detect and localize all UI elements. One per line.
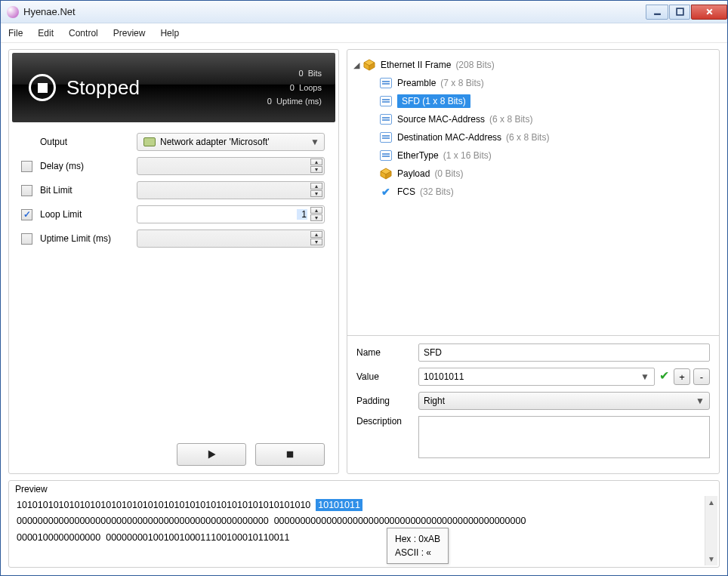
tree-item-label: Source MAC-Address xyxy=(397,114,485,125)
preview-seg: 00000000000000000000000000000000 xyxy=(358,516,526,526)
add-button[interactable]: + xyxy=(674,368,690,385)
preview-seg: 0000000000000000000000000000000000000000… xyxy=(17,516,269,526)
menu-help[interactable]: Help xyxy=(160,28,179,39)
stat-bits-label: Bits xyxy=(308,69,322,78)
maximize-button[interactable] xyxy=(669,5,690,20)
frame-panel: ◢ Ethernet II Frame (208 Bits) Preamble(… xyxy=(347,49,720,474)
name-input[interactable]: SFD xyxy=(418,343,710,362)
tree-item[interactable]: Source MAC-Address(6 x 8 Bits) xyxy=(353,110,713,128)
preview-panel: Preview 10101010101010101010101010101010… xyxy=(8,480,720,568)
scroll-down-icon[interactable]: ▼ xyxy=(705,553,717,565)
status-title: Stopped xyxy=(66,76,267,100)
tree-root-meta: (208 Bits) xyxy=(455,60,494,70)
padding-select[interactable]: Right ▼ xyxy=(418,392,710,410)
name-label: Name xyxy=(356,347,418,358)
spinner-icon[interactable]: ▴▾ xyxy=(310,183,322,197)
preview-text[interactable]: 1010101010101010101010101010101010101010… xyxy=(9,496,719,550)
stat-uptime-value: 0 xyxy=(267,97,272,106)
description-input[interactable] xyxy=(418,416,710,458)
preview-seg: 0000100000000000 xyxy=(17,532,100,543)
value-input[interactable]: 10101011 ▼ xyxy=(418,368,655,386)
padding-label: Padding xyxy=(356,396,418,406)
tree-root[interactable]: ◢ Ethernet II Frame (208 Bits) xyxy=(353,56,713,74)
check-icon: ✔ xyxy=(659,368,669,385)
tree-item-meta: (7 x 8 Bits) xyxy=(440,78,483,88)
play-button[interactable] xyxy=(177,443,246,466)
preview-highlight: 10101011 xyxy=(316,499,362,511)
status-box: Stopped 0 Bits 0 Loops 0 Uptime (ms) xyxy=(12,53,335,122)
bitlimit-checkbox[interactable] xyxy=(21,185,32,196)
tree-item-label: FCS xyxy=(397,186,415,197)
tree-item[interactable]: SFD (1 x 8 Bits) xyxy=(353,92,713,110)
value-label: Value xyxy=(356,371,418,382)
menubar: File Edit Control Preview Help xyxy=(1,23,727,43)
looplimit-row: Loop Limit ▴▾ xyxy=(9,202,338,226)
tooltip-hex: Hex : 0xAB xyxy=(395,532,440,546)
looplimit-input[interactable]: ▴▾ xyxy=(137,205,325,223)
tree-item[interactable]: EtherType(1 x 16 Bits) xyxy=(353,146,713,165)
scrollbar[interactable]: ▲ ▼ xyxy=(705,496,717,565)
chevron-down-icon: ▼ xyxy=(640,371,649,382)
tree-item[interactable]: Payload(0 Bits) xyxy=(353,165,713,183)
network-adapter-icon xyxy=(143,137,156,146)
spinner-icon[interactable]: ▴▾ xyxy=(310,231,322,245)
expander-icon[interactable]: ◢ xyxy=(353,60,362,70)
tree-item[interactable]: Preamble(7 x 8 Bits) xyxy=(353,74,713,92)
stop-button[interactable] xyxy=(255,443,325,466)
scroll-up-icon[interactable]: ▲ xyxy=(705,496,717,509)
tree-item-label: Payload xyxy=(397,168,430,179)
window-controls xyxy=(645,5,727,20)
bitlimit-row: Bit Limit ▴▾ xyxy=(9,178,338,202)
tooltip-ascii: ASCII : « xyxy=(395,546,440,559)
cube-icon xyxy=(362,58,376,72)
remove-button[interactable]: - xyxy=(693,368,710,385)
control-panel: Stopped 0 Bits 0 Loops 0 Uptime (ms) Out… xyxy=(8,49,339,474)
menu-edit[interactable]: Edit xyxy=(38,28,54,39)
delay-input[interactable]: ▴▾ xyxy=(137,157,325,175)
svg-rect-0 xyxy=(654,14,661,15)
tree-root-label: Ethernet II Frame xyxy=(381,60,451,70)
output-row: Output Network adapter 'Microsoft' ▼ xyxy=(9,130,338,154)
box-icon xyxy=(379,94,393,108)
output-select[interactable]: Network adapter 'Microsoft' ▼ xyxy=(137,133,325,151)
tree-item-meta: (32 Bits) xyxy=(420,186,454,197)
tree-item-label: EtherType xyxy=(397,150,439,161)
status-stats: 0 Bits 0 Loops 0 Uptime (ms) xyxy=(267,66,322,109)
bitlimit-input[interactable]: ▴▾ xyxy=(137,181,325,199)
check-icon: ✔ xyxy=(379,185,393,199)
cube-icon xyxy=(379,167,393,180)
preview-title: Preview xyxy=(9,481,719,496)
preview-tooltip: Hex : 0xAB ASCII : « xyxy=(387,528,449,564)
tree-item[interactable]: ✔FCS(32 Bits) xyxy=(353,183,713,201)
box-icon xyxy=(379,131,393,144)
spinner-icon[interactable]: ▴▾ xyxy=(310,159,322,173)
uptimelimit-checkbox[interactable] xyxy=(21,233,32,245)
frame-tree[interactable]: ◢ Ethernet II Frame (208 Bits) Preamble(… xyxy=(347,50,719,335)
delay-checkbox[interactable] xyxy=(21,161,32,172)
stat-bits-value: 0 xyxy=(298,69,303,78)
menu-control[interactable]: Control xyxy=(69,28,98,39)
tree-item[interactable]: Destination MAC-Address(6 x 8 Bits) xyxy=(353,128,713,146)
uptimelimit-input[interactable]: ▴▾ xyxy=(137,229,325,248)
delay-row: Delay (ms) ▴▾ xyxy=(9,154,338,178)
window-title: Hyenae.Net xyxy=(23,6,645,17)
control-buttons xyxy=(9,437,338,466)
uptimelimit-label: Uptime Limit (ms) xyxy=(40,233,137,244)
svg-rect-1 xyxy=(677,8,683,15)
menu-preview[interactable]: Preview xyxy=(113,28,146,39)
stopped-icon xyxy=(29,74,56,101)
bitlimit-label: Bit Limit xyxy=(40,185,137,196)
tree-item-label: Destination MAC-Address xyxy=(397,132,501,143)
svg-rect-2 xyxy=(287,451,293,457)
spinner-icon[interactable]: ▴▾ xyxy=(310,207,322,221)
close-button[interactable] xyxy=(691,5,727,20)
content: Stopped 0 Bits 0 Loops 0 Uptime (ms) Out… xyxy=(1,43,727,575)
looplimit-value[interactable] xyxy=(297,209,307,220)
minimize-button[interactable] xyxy=(646,5,668,20)
menu-file[interactable]: File xyxy=(8,28,23,39)
tree-item-label: SFD (1 x 8 Bits) xyxy=(397,94,470,108)
looplimit-checkbox[interactable] xyxy=(21,209,32,220)
field-details: Name SFD Value 10101011 ▼ ✔ + - xyxy=(347,335,719,473)
description-label: Description xyxy=(356,416,418,427)
top-panels: Stopped 0 Bits 0 Loops 0 Uptime (ms) Out… xyxy=(8,49,720,474)
